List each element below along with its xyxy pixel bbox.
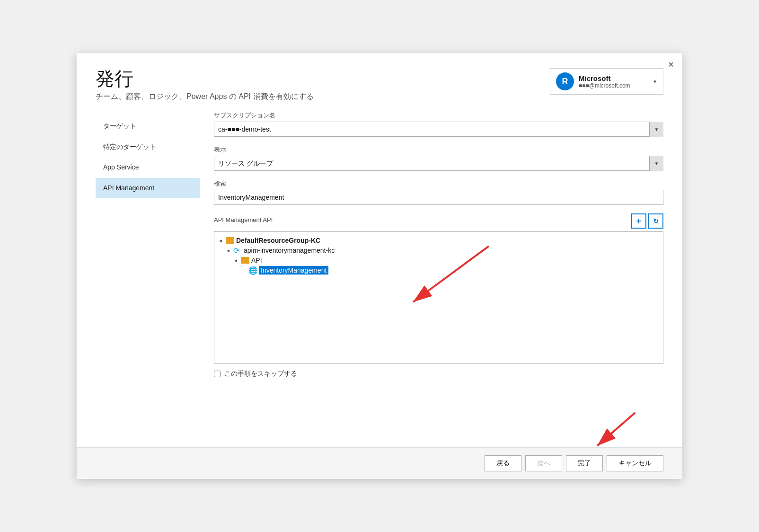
sidebar: ターゲット 特定のターゲット App Service API Managemen… (96, 111, 200, 447)
display-label: 表示 (214, 145, 663, 154)
skip-section: この手順をスキップする (214, 370, 663, 378)
close-button[interactable]: × (668, 60, 674, 69)
search-field-group: 検索 (214, 179, 663, 205)
tree-node-inventory[interactable]: ◄ 🌐 InventoryManagement (241, 265, 659, 275)
header-title: 発行 チーム、顧客、ロジック、Power Apps の API 消費を有効にする (96, 68, 314, 102)
display-select-wrapper: リソース グループ ▼ (214, 156, 663, 171)
cancel-button[interactable]: キャンセル (607, 455, 663, 471)
dialog-title: 発行 (96, 68, 314, 89)
subscription-select-wrapper: ca-■■■-demo-test ▼ (214, 122, 663, 137)
node-label: InventoryManagement (259, 266, 328, 275)
publish-dialog: × 発行 チーム、顧客、ロジック、Power Apps の API 消費を有効に… (77, 53, 682, 479)
api-management-section: API Management API + ↻ ◄ DefaultResource… (214, 213, 663, 364)
tree-section-wrapper: API Management API + ↻ ◄ DefaultResource… (214, 213, 663, 364)
tree-container: ◄ DefaultResourceGroup-KC ◄ ⟳ apim-inven… (214, 231, 663, 364)
content-panel: サブスクリプション名 ca-■■■-demo-test ▼ 表示 リソース グル… (200, 111, 663, 447)
sidebar-item-api-management[interactable]: API Management (96, 178, 200, 199)
search-label: 検索 (214, 179, 663, 188)
header-section: 発行 チーム、顧客、ロジック、Power Apps の API 消費を有効にする… (77, 53, 682, 111)
finish-button[interactable]: 完了 (566, 455, 603, 471)
subscription-select[interactable]: ca-■■■-demo-test (214, 122, 663, 137)
globe-icon: 🌐 (248, 266, 257, 275)
account-email: ■■■@microsoft.com (579, 82, 648, 89)
main-content: ターゲット 特定のターゲット App Service API Managemen… (77, 111, 682, 447)
add-api-button[interactable]: + (631, 213, 646, 229)
folder-icon (226, 237, 234, 244)
tree-node-apim[interactable]: ◄ ⟳ apim-inventorymanagement-kc (226, 245, 659, 256)
subscription-label: サブスクリプション名 (214, 111, 663, 120)
node-label: API (251, 257, 262, 264)
tree-node-resource-group[interactable]: ◄ DefaultResourceGroup-KC (218, 236, 659, 245)
display-field-group: 表示 リソース グループ ▼ (214, 145, 663, 171)
account-badge[interactable]: R Microsoft ■■■@microsoft.com ▼ (550, 68, 663, 95)
sidebar-item-specific-target[interactable]: 特定のターゲット (96, 137, 200, 158)
api-icon: ⟳ (233, 246, 242, 255)
tree-node-api-folder[interactable]: ◄ API (233, 256, 659, 265)
node-label: DefaultResourceGroup-KC (236, 237, 320, 244)
back-button[interactable]: 戻る (485, 455, 521, 471)
avatar: R (556, 72, 574, 90)
folder-icon (241, 257, 249, 264)
search-input[interactable] (214, 190, 663, 205)
api-section-label: API Management API (214, 216, 631, 223)
chevron-down-icon: ▼ (653, 79, 657, 84)
expand-icon: ◄ (233, 258, 239, 263)
node-label: apim-inventorymanagement-kc (244, 247, 335, 254)
dialog-subtitle: チーム、顧客、ロジック、Power Apps の API 消費を有効にする (96, 92, 314, 102)
sidebar-item-target[interactable]: ターゲット (96, 116, 200, 137)
expand-icon: ◄ (226, 248, 231, 253)
account-info: Microsoft ■■■@microsoft.com (579, 74, 648, 89)
skip-label: この手順をスキップする (224, 370, 297, 378)
expand-icon: ◄ (218, 238, 224, 243)
sidebar-item-app-service[interactable]: App Service (96, 157, 200, 178)
display-select[interactable]: リソース グループ (214, 156, 663, 171)
skip-checkbox[interactable] (214, 371, 221, 377)
refresh-button[interactable]: ↻ (648, 213, 663, 229)
account-name: Microsoft (579, 74, 648, 82)
next-button[interactable]: 次へ (525, 455, 562, 471)
subscription-field-group: サブスクリプション名 ca-■■■-demo-test ▼ (214, 111, 663, 137)
footer: 戻る 次へ 完了 キャンセル (77, 447, 682, 479)
